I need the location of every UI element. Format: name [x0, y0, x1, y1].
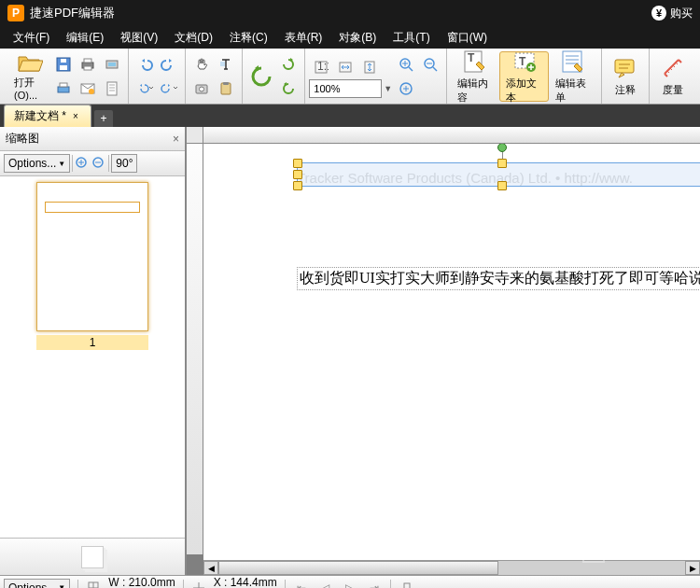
menu-window[interactable]: 窗口(W)	[440, 27, 495, 49]
resize-handle-nw[interactable]	[293, 159, 302, 168]
first-page-button[interactable]: ⇤	[293, 580, 310, 589]
document-tab[interactable]: 新建文档 * ×	[4, 105, 91, 127]
chevron-down-icon: ▼	[58, 160, 65, 168]
selection-box[interactable]	[297, 162, 700, 187]
zoom-add-button[interactable]	[395, 77, 417, 100]
layout-single-button[interactable]	[399, 580, 415, 589]
menu-tool[interactable]: 工具(T)	[385, 27, 437, 49]
page-size-icon	[86, 581, 101, 589]
tab-label: 新建文档 *	[14, 108, 66, 124]
hand-tool-button[interactable]	[190, 53, 213, 76]
buy-link[interactable]: 购买	[670, 6, 693, 21]
svg-text:T: T	[468, 51, 475, 64]
svg-rect-8	[58, 87, 69, 92]
rotate-cw-button[interactable]	[277, 53, 300, 76]
yen-icon[interactable]: ¥	[651, 6, 666, 21]
status-bar: Options...▼ W : 210.0mm H : 297.0mm X : …	[0, 575, 700, 588]
horizontal-scrollbar[interactable]: ◀ ▶	[203, 560, 700, 575]
doc-button[interactable]	[101, 77, 123, 100]
zoom-out-button[interactable]	[419, 53, 441, 76]
thumb-rotate-button[interactable]: 90°	[111, 154, 137, 173]
rotate-ccw-small-button[interactable]	[277, 77, 300, 100]
scroll-right-icon[interactable]: ▶	[685, 561, 700, 575]
status-options-button[interactable]: Options...▼	[4, 579, 70, 589]
chevron-down-icon[interactable]: ▼	[382, 84, 394, 93]
page-viewport[interactable]: Tracker Software Products (Canada) Ltd. …	[203, 144, 700, 560]
vertical-ruler	[187, 144, 203, 554]
menu-file[interactable]: 文件(F)	[6, 27, 57, 49]
edit-form-label: 编辑表单	[555, 77, 591, 105]
resize-handle-w[interactable]	[293, 170, 302, 179]
resize-handle-sw[interactable]	[293, 181, 302, 190]
zoom-input[interactable]	[309, 79, 382, 98]
resize-handle-s[interactable]	[497, 181, 507, 190]
clipboard-button[interactable]	[215, 77, 237, 100]
scroll-left-icon[interactable]: ◀	[203, 561, 218, 575]
print-button[interactable]	[77, 53, 99, 76]
svg-rect-4	[84, 59, 91, 63]
fit-page-button[interactable]: 1:1	[310, 56, 332, 78]
next-page-button[interactable]: ▷	[342, 580, 358, 589]
zoom-in-button[interactable]	[395, 53, 417, 76]
redo-dd-button[interactable]	[158, 77, 180, 100]
svg-rect-17	[223, 82, 229, 85]
annotate-button[interactable]: 注释	[606, 51, 645, 102]
fit-width-button[interactable]	[334, 56, 357, 78]
edit-form-button[interactable]: 编辑表单	[549, 51, 597, 102]
window-title: 捷速PDF编辑器	[30, 5, 651, 21]
page-body-text[interactable]: 收到货即UI实打实大师到静安寺来的氨基酸打死了即可等哈说	[297, 267, 700, 290]
page-thumbnail[interactable]: 1	[36, 182, 148, 350]
text-select-button[interactable]	[215, 53, 237, 76]
scan-button[interactable]	[101, 53, 123, 76]
pages-stack-icon[interactable]	[81, 546, 104, 568]
close-tab-icon[interactable]: ×	[70, 111, 81, 122]
email-button[interactable]	[77, 77, 99, 100]
main-toolbar: 打开(O)...	[0, 49, 700, 105]
undo-button[interactable]	[133, 53, 156, 76]
save-button[interactable]	[52, 53, 75, 76]
menu-form[interactable]: 表单(R)	[277, 27, 330, 49]
menu-object[interactable]: 对象(B)	[331, 27, 384, 49]
menu-view[interactable]: 视图(V)	[113, 27, 165, 49]
horizontal-ruler	[203, 127, 700, 144]
svg-rect-13	[220, 62, 225, 66]
thumb-zoom-in-button[interactable]	[75, 156, 90, 171]
snapshot-button[interactable]	[190, 77, 213, 100]
close-panel-icon[interactable]: ×	[173, 133, 179, 146]
prev-page-button[interactable]: ◁	[317, 580, 334, 589]
measure-button[interactable]: 度量	[653, 51, 693, 102]
panel-title: 缩略图	[6, 131, 39, 147]
resize-handle-n[interactable]	[497, 159, 507, 168]
app-logo-icon: P	[7, 5, 24, 21]
fit-height-button[interactable]	[358, 56, 381, 78]
svg-point-11	[89, 89, 94, 94]
redo-button[interactable]	[158, 53, 180, 76]
svg-rect-2	[61, 59, 66, 63]
menu-edit[interactable]: 编辑(E)	[59, 27, 111, 49]
undo-dd-button[interactable]	[133, 77, 156, 100]
rotate-handle[interactable]	[497, 144, 507, 152]
thumb-options-button[interactable]: Options...▼	[4, 154, 70, 173]
add-text-button[interactable]: T 添加文本	[499, 51, 548, 102]
menu-document[interactable]: 文档(D)	[167, 27, 220, 49]
add-tab-button[interactable]: +	[94, 110, 113, 127]
open-label: 打开(O)...	[14, 76, 45, 101]
folder-open-icon	[17, 51, 43, 74]
menu-comment[interactable]: 注释(C)	[222, 27, 275, 49]
print2-button[interactable]	[52, 77, 75, 100]
open-button[interactable]: 打开(O)...	[7, 51, 51, 102]
rotate-ccw-button[interactable]	[246, 51, 276, 102]
scrollbar-thumb[interactable]	[218, 561, 498, 575]
last-page-button[interactable]: ⇥	[366, 580, 383, 589]
menu-bar: 文件(F) 编辑(E) 视图(V) 文档(D) 注释(C) 表单(R) 对象(B…	[0, 26, 700, 49]
ruler-corner	[187, 127, 203, 144]
document-tab-strip: 新建文档 * × +	[0, 105, 700, 127]
thumb-zoom-out-button[interactable]	[91, 156, 106, 171]
workspace: 缩略图 × Options...▼ 90° 1 Tracker Softwar	[0, 127, 700, 575]
thumbnail-page-number: 1	[36, 335, 148, 350]
svg-rect-1	[60, 65, 67, 70]
edit-content-button[interactable]: T 编辑内容	[451, 51, 499, 102]
chevron-down-icon: ▼	[58, 583, 65, 588]
page-surface[interactable]: Tracker Software Products (Canada) Ltd. …	[203, 144, 700, 560]
svg-text:T: T	[519, 55, 526, 68]
